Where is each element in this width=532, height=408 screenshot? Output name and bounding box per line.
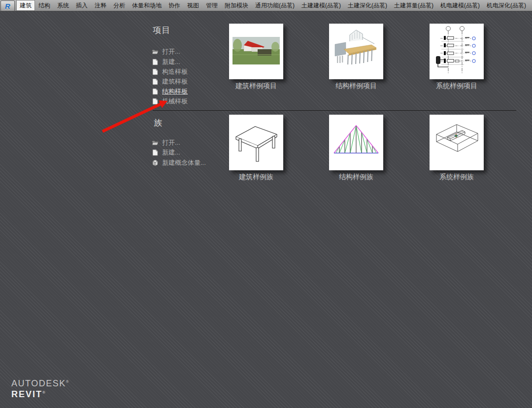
link-label: 打开... [162, 47, 180, 56]
systems-family-card[interactable] [430, 115, 484, 170]
link-label: 结构样板 [162, 87, 188, 96]
architecture-family-card-label[interactable]: 建筑样例族 [219, 173, 293, 182]
link-label: 新建... [162, 148, 180, 157]
link-new-family[interactable]: 新建... [152, 148, 180, 157]
document-icon [152, 98, 159, 105]
link-open-project[interactable]: 打开... [152, 47, 180, 56]
link-new-conceptual-mass[interactable]: 新建概念体量... [152, 158, 206, 167]
structure-family-card[interactable] [329, 115, 383, 170]
revit-logo-icon: R [5, 2, 10, 10]
link-mechanical-template[interactable]: 机械样板 [152, 97, 188, 105]
systems-project-thumbnail [430, 24, 484, 79]
structure-project-card[interactable] [329, 24, 383, 79]
autodesk-revit-logo: AUTODESK® REVIT® [11, 378, 69, 400]
structure-family-card-label[interactable]: 结构样例族 [319, 173, 393, 182]
menu-tab-collaborate[interactable]: 协作 [165, 0, 184, 11]
systems-family-card-label[interactable]: 系统样例族 [420, 173, 494, 182]
menu-tab-structure[interactable]: 结构 [35, 0, 54, 11]
document-icon [152, 78, 159, 85]
systems-project-card[interactable] [430, 24, 484, 79]
link-construction-template[interactable]: 构造样板 [152, 67, 188, 76]
brand-line1: AUTODESK [11, 378, 66, 388]
folder-open-icon [152, 139, 159, 146]
menu-tab-annotate[interactable]: 注释 [91, 0, 110, 11]
menu-tab-civil-detailing-pm[interactable]: 土建深化(品茗) [344, 0, 391, 11]
menu-tab-insert[interactable]: 插入 [72, 0, 91, 11]
section-divider [153, 110, 516, 111]
menu-tab-install-quantity-pm[interactable]: 安装算量(品茗) [530, 0, 532, 11]
menu-tab-mep-modeling-pm[interactable]: 机电建模(品茗) [437, 0, 483, 11]
menu-tab-general-pm[interactable]: 通用功能(品茗) [252, 0, 298, 11]
document-icon [152, 59, 159, 65]
document-icon [152, 88, 159, 95]
link-label: 建筑样板 [162, 77, 188, 86]
menu-tab-architecture[interactable]: 建筑 [16, 0, 35, 11]
menu-tab-systems[interactable]: 系统 [54, 0, 72, 11]
systems-family-thumbnail [430, 115, 484, 170]
structure-family-thumbnail [329, 115, 383, 170]
link-new-project[interactable]: 新建... [152, 58, 180, 66]
menu-tab-mep-detailing-pm[interactable]: 机电深化(品茗) [483, 0, 530, 11]
systems-project-card-label[interactable]: 系统样例项目 [420, 82, 494, 91]
app-button[interactable]: R [0, 0, 15, 11]
link-label: 新建... [162, 58, 180, 66]
link-structural-template[interactable]: 结构样板 [152, 87, 188, 95]
structure-project-thumbnail [329, 24, 383, 79]
registered-mark: ® [66, 379, 69, 384]
architecture-family-thumbnail [229, 115, 283, 170]
document-icon [152, 68, 159, 75]
menu-tab-civil-quantity-pm[interactable]: 土建算量(品茗) [391, 0, 437, 11]
families-section-title: 族 [154, 117, 163, 128]
registered-mark: ® [42, 390, 46, 395]
link-label: 机械样板 [162, 97, 188, 106]
link-label: 构造样板 [162, 67, 188, 76]
document-icon [152, 149, 159, 156]
menu-tab-addins[interactable]: 附加模块 [221, 0, 252, 11]
menu-tab-analyze[interactable]: 分析 [110, 0, 129, 11]
projects-section-title: 项目 [153, 25, 170, 36]
link-label: 打开... [162, 138, 180, 147]
architecture-project-card-label[interactable]: 建筑样例项目 [219, 82, 293, 91]
menu-tab-massing-site[interactable]: 体量和场地 [129, 0, 165, 11]
structure-project-card-label[interactable]: 结构样例项目 [319, 82, 393, 91]
folder-open-icon [152, 48, 159, 55]
menu-tab-view[interactable]: 视图 [184, 0, 202, 11]
brand-line2: REVIT [11, 389, 42, 399]
architecture-family-card[interactable] [229, 115, 283, 170]
architecture-project-card[interactable] [229, 24, 283, 79]
ribbon-menu-bar: R 建筑 结构 系统 插入 注释 分析 体量和场地 协作 视图 管理 附加模块 … [0, 0, 532, 11]
link-architectural-template[interactable]: 建筑样板 [152, 77, 188, 86]
link-open-family[interactable]: 打开... [152, 138, 180, 147]
menu-tab-civil-modeling-pm[interactable]: 土建建模(品茗) [298, 0, 344, 11]
menu-tab-manage[interactable]: 管理 [202, 0, 221, 11]
mass-cube-icon [152, 159, 159, 166]
architecture-project-thumbnail [229, 24, 283, 79]
link-label: 新建概念体量... [162, 158, 206, 167]
